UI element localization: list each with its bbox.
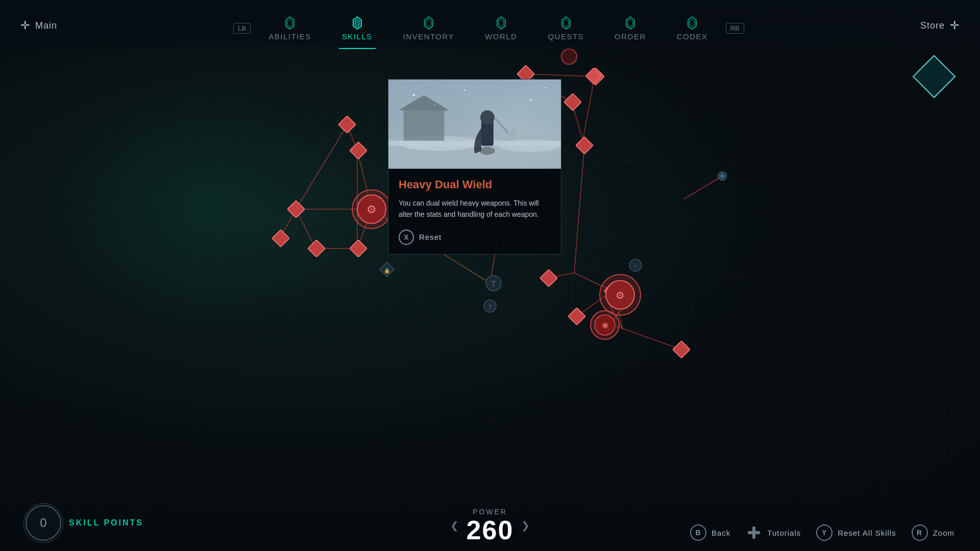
power-arrow-right[interactable]: ❯ [521,519,530,532]
svg-text:i: i [635,263,636,269]
power-nav: ❮ POWER 260 ❯ [450,508,530,543]
zoom-button-container[interactable]: R Zoom [912,524,954,541]
svg-text:❋: ❋ [602,321,608,330]
tab-order[interactable]: Order [599,12,662,45]
store-icon: ✛ [950,19,960,32]
tab-inventory[interactable]: Inventory [388,12,470,45]
power-arrow-left[interactable]: ❮ [450,519,459,532]
reset-all-button-container[interactable]: Y Reset All Skills [816,524,896,541]
svg-text:🔒: 🔒 [384,267,390,274]
svg-marker-79 [628,19,633,27]
svg-text:⚙: ⚙ [616,290,625,301]
rb-button[interactable]: RB [726,23,744,34]
svg-point-93 [413,94,415,96]
svg-marker-73 [426,19,431,27]
zoom-label: Zoom [933,529,954,537]
svg-rect-86 [404,110,445,141]
tutorials-button-container[interactable]: Tutorials [746,524,801,541]
svg-point-64 [561,49,577,64]
tab-abilities-label: Abilities [268,32,311,41]
nav-store[interactable]: Store ✛ [920,19,960,32]
power-label: POWER [467,508,514,516]
tab-world[interactable]: World [470,12,532,45]
svg-rect-54 [568,308,585,325]
svg-marker-71 [355,19,359,27]
svg-marker-69 [287,19,292,27]
svg-line-28 [526,74,595,77]
tooltip-action[interactable]: X Reset [399,230,551,245]
back-button: B [690,524,706,541]
tab-codex[interactable]: Codex [662,12,723,45]
svg-line-29 [582,77,595,145]
reset-all-label: Reset All Skills [838,529,896,537]
svg-marker-5 [561,158,684,281]
tooltip-card: Heavy Dual Wield You can dual wield heav… [388,79,561,255]
tab-abilities[interactable]: Abilities [253,12,327,45]
zoom-button: R [912,524,928,541]
svg-text:T: T [492,280,496,288]
svg-text:T: T [488,304,492,310]
svg-point-95 [529,99,531,101]
svg-line-30 [684,176,722,199]
tab-inventory-label: Inventory [403,32,454,41]
svg-rect-61 [673,341,690,358]
tooltip-image [388,80,561,169]
skill-points-number: 0 [40,516,46,530]
skill-points-label: SKILL POINTS [69,518,143,528]
power-center: ❮ POWER 260 ❯ [450,508,530,543]
svg-marker-77 [564,19,569,27]
svg-rect-52 [540,269,557,287]
svg-rect-43 [576,137,593,154]
skill-points-badge: 0 [26,505,61,541]
svg-text:⚙: ⚙ [366,203,377,216]
tooltip-title: Heavy Dual Wield [399,178,551,191]
back-label: Back [712,529,730,537]
bottom-actions: B Back Tutorials Y Reset All Skills R Zo… [690,524,954,541]
svg-point-45 [720,174,724,178]
svg-line-19 [574,145,584,273]
tutorials-label: Tutorials [767,529,801,537]
reset-label: Reset [419,233,442,241]
tab-skills-label: Skills [342,32,373,41]
svg-point-88 [480,147,495,155]
tab-order-label: Order [615,32,646,41]
tooltip-body: Heavy Dual Wield You can dual wield heav… [388,169,561,254]
svg-rect-35 [350,240,367,257]
back-button-container[interactable]: B Back [690,524,730,541]
bottom-bar: 0 SKILL POINTS ❮ POWER 260 ❯ B Back T [0,495,980,551]
svg-point-96 [545,87,547,88]
svg-rect-34 [308,240,325,257]
main-icon: ✛ [20,19,30,32]
svg-line-27 [610,324,681,349]
main-label: Main [35,20,57,31]
reset-all-button: Y [816,524,832,541]
tab-world-label: World [485,32,517,41]
tab-skills[interactable]: Skills [327,12,388,45]
skill-points: 0 SKILL POINTS [26,505,143,541]
svg-rect-36 [350,142,367,159]
svg-point-97 [433,105,434,106]
tab-quests-label: Quests [548,32,584,41]
svg-marker-81 [690,19,695,27]
tutorials-icon [746,524,762,541]
store-label: Store [920,20,945,31]
svg-point-90 [480,110,495,124]
svg-rect-42 [564,93,581,111]
tooltip-description: You can dual wield heavy weapons. This w… [399,197,551,220]
svg-rect-33 [272,230,289,247]
lb-button[interactable]: LB [233,23,251,34]
svg-rect-99 [748,531,760,534]
tab-quests[interactable]: Quests [532,12,599,45]
tab-codex-label: Codex [677,32,708,41]
reset-button-x: X [399,230,414,245]
nav-tabs: LB Abilities Skills Inventory [233,7,744,45]
svg-line-6 [296,125,347,209]
nav-main[interactable]: ✛ Main [20,19,57,32]
svg-point-94 [464,89,465,91]
power-value: 260 [467,517,514,543]
svg-marker-75 [499,19,504,27]
top-nav: ✛ Main LB Abilities Skills Inventory [0,0,980,51]
